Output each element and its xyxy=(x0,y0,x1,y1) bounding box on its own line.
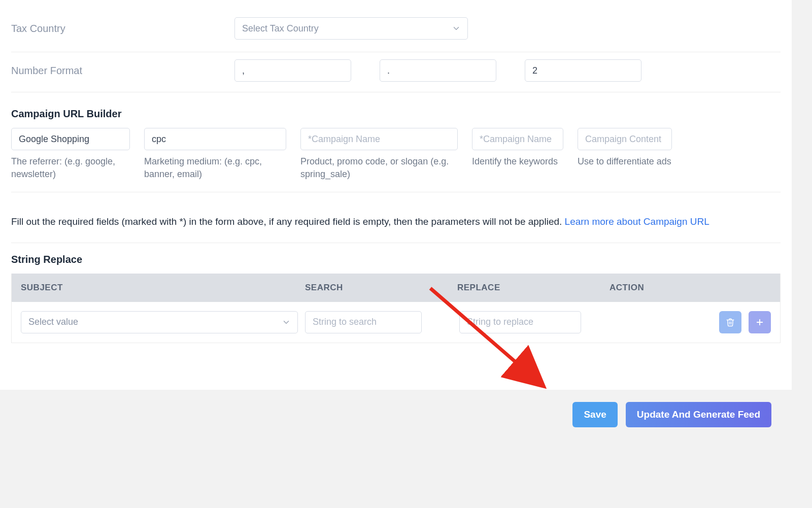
urlb-medium-input[interactable] xyxy=(144,128,286,150)
subject-select[interactable]: Select value xyxy=(21,311,298,333)
replace-input[interactable] xyxy=(459,311,581,333)
delete-row-button[interactable] xyxy=(719,311,741,333)
th-subject: SUBJECT xyxy=(21,282,305,294)
th-search: SEARCH xyxy=(305,282,457,294)
urlb-col-content: Use to differentiate ads xyxy=(578,128,672,181)
table-header-row: SUBJECT SEARCH REPLACE ACTION xyxy=(12,274,780,302)
update-generate-feed-button[interactable]: Update And Generate Feed xyxy=(626,402,771,427)
urlb-campaign-input[interactable] xyxy=(300,128,458,150)
number-format-row: Number Format xyxy=(11,52,781,87)
divider xyxy=(11,92,781,92)
url-builder-block: The referrer: (e.g. google, newsletter) … xyxy=(11,128,781,192)
search-input[interactable] xyxy=(305,311,422,333)
urlb-content-input[interactable] xyxy=(578,128,672,150)
note-text: Fill out the required fields (marked wit… xyxy=(11,216,562,227)
urlb-col-campaign: Product, promo code, or slogan (e.g. spr… xyxy=(300,128,458,181)
urlb-source-input[interactable] xyxy=(11,128,130,150)
number-format-precision-input[interactable] xyxy=(525,59,641,82)
url-builder-title: Campaign URL Builder xyxy=(11,107,781,121)
learn-more-link[interactable]: Learn more about Campaign URL xyxy=(565,216,709,227)
settings-form: Tax Country Select Tax Country Number Fo… xyxy=(0,0,792,390)
urlb-term-help: Identify the keywords xyxy=(472,155,563,168)
th-action: ACTION xyxy=(610,282,771,294)
subject-select-text: Select value xyxy=(28,317,78,327)
number-format-label: Number Format xyxy=(11,59,234,78)
trash-icon xyxy=(726,318,735,327)
urlb-source-help: The referrer: (e.g. google, newsletter) xyxy=(11,155,130,181)
plus-icon xyxy=(755,318,764,327)
urlb-campaign-help: Product, promo code, or slogan (e.g. spr… xyxy=(300,155,458,181)
urlb-term-input[interactable] xyxy=(472,128,563,150)
tax-country-row: Tax Country Select Tax Country xyxy=(11,10,781,52)
form-footer: Save Update And Generate Feed xyxy=(0,390,792,448)
add-row-button[interactable] xyxy=(749,311,771,333)
number-format-thousands-input[interactable] xyxy=(234,59,351,82)
required-fields-note: Fill out the required fields (marked wit… xyxy=(11,215,781,243)
tax-country-select-wrap: Select Tax Country xyxy=(234,17,468,40)
row-action-buttons xyxy=(719,311,771,333)
urlb-medium-help: Marketing medium: (e.g. cpc, banner, ema… xyxy=(144,155,286,181)
tax-country-label: Tax Country xyxy=(11,17,234,36)
number-format-decimal-input[interactable] xyxy=(380,59,496,82)
string-replace-title: String Replace xyxy=(11,252,781,266)
urlb-col-medium: Marketing medium: (e.g. cpc, banner, ema… xyxy=(144,128,286,181)
save-button[interactable]: Save xyxy=(572,402,617,427)
tax-country-select-text: Select Tax Country xyxy=(242,23,319,34)
urlb-col-term: Identify the keywords xyxy=(472,128,563,181)
table-row: Select value xyxy=(12,302,780,333)
tax-country-select[interactable]: Select Tax Country xyxy=(234,17,468,40)
number-format-inputs xyxy=(234,59,781,82)
url-builder-row: The referrer: (e.g. google, newsletter) … xyxy=(11,128,781,181)
urlb-content-help: Use to differentiate ads xyxy=(578,155,672,168)
subject-select-wrap: Select value xyxy=(21,311,298,333)
th-replace: REPLACE xyxy=(457,282,610,294)
urlb-col-source: The referrer: (e.g. google, newsletter) xyxy=(11,128,130,181)
string-replace-table: SUBJECT SEARCH REPLACE ACTION Select val… xyxy=(11,274,781,343)
